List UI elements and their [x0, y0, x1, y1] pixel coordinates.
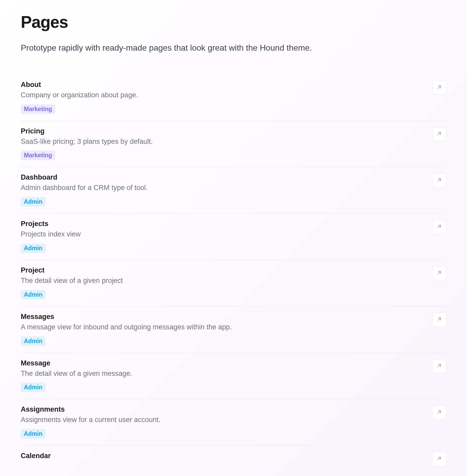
arrow-up-right-icon — [436, 177, 443, 184]
item-content: ProjectThe detail view of a given projec… — [21, 266, 426, 300]
tag-admin: Admin — [21, 336, 46, 346]
arrow-up-right-icon — [436, 455, 443, 463]
item-content: AboutCompany or organization about page.… — [21, 81, 426, 114]
item-action — [432, 127, 446, 141]
item-content: AssignmentsAssignments view for a curren… — [21, 405, 426, 439]
item-content: ProjectsProjects index viewAdmin — [21, 220, 426, 253]
arrow-up-right-icon — [436, 84, 443, 91]
list-item: Calendar — [21, 446, 446, 473]
item-action — [432, 266, 446, 280]
item-title: Pricing — [21, 127, 426, 135]
item-title: Calendar — [21, 452, 426, 460]
tag-admin: Admin — [21, 290, 46, 300]
item-title: Messages — [21, 313, 426, 321]
item-action — [432, 81, 446, 95]
item-title: Message — [21, 359, 426, 367]
list-item: ProjectsProjects index viewAdmin — [21, 214, 446, 260]
open-button[interactable] — [432, 313, 446, 327]
tag-marketing: Marketing — [21, 151, 55, 160]
item-tags: Admin — [21, 383, 426, 392]
open-button[interactable] — [432, 405, 446, 419]
item-content: Calendar — [21, 452, 426, 461]
item-tags: Admin — [21, 336, 426, 346]
item-title: Project — [21, 266, 426, 274]
item-tags: Admin — [21, 197, 426, 207]
item-title: About — [21, 81, 426, 89]
item-content: MessagesA message view for inbound and o… — [21, 313, 426, 346]
page-title: Pages — [21, 12, 446, 32]
arrow-up-right-icon — [436, 223, 443, 231]
item-tags: Admin — [21, 290, 426, 300]
list-item: MessageThe detail view of a given messag… — [21, 353, 446, 399]
item-description: A message view for inbound and outgoing … — [21, 322, 426, 332]
open-button[interactable] — [432, 173, 446, 187]
arrow-up-right-icon — [436, 269, 443, 277]
item-content: DashboardAdmin dashboard for a CRM type … — [21, 173, 426, 207]
item-description: Company or organization about page. — [21, 90, 426, 100]
tag-admin: Admin — [21, 383, 46, 392]
list-item: AssignmentsAssignments view for a curren… — [21, 399, 446, 446]
item-title: Projects — [21, 220, 426, 228]
item-tags: Marketing — [21, 151, 426, 160]
item-action — [432, 359, 446, 373]
open-button[interactable] — [432, 220, 446, 234]
item-action — [432, 220, 446, 234]
tag-marketing: Marketing — [21, 104, 55, 114]
item-title: Assignments — [21, 405, 426, 413]
item-tags: Admin — [21, 243, 426, 253]
item-content: MessageThe detail view of a given messag… — [21, 359, 426, 392]
list-item: DashboardAdmin dashboard for a CRM type … — [21, 167, 446, 214]
list-item: AboutCompany or organization about page.… — [21, 74, 446, 121]
open-button[interactable] — [432, 452, 446, 466]
item-description: The detail view of a given message. — [21, 369, 426, 379]
list-item: ProjectThe detail view of a given projec… — [21, 260, 446, 307]
item-action — [432, 452, 446, 466]
item-action — [432, 405, 446, 419]
list-item: MessagesA message view for inbound and o… — [21, 307, 446, 353]
arrow-up-right-icon — [436, 362, 443, 370]
open-button[interactable] — [432, 81, 446, 95]
open-button[interactable] — [432, 127, 446, 141]
item-description: SaaS-like pricing; 3 plans types by defa… — [21, 137, 426, 147]
item-content: PricingSaaS-like pricing; 3 plans types … — [21, 127, 426, 160]
item-description: The detail view of a given project — [21, 276, 426, 286]
item-action — [432, 313, 446, 327]
arrow-up-right-icon — [436, 130, 443, 138]
item-tags: Marketing — [21, 104, 426, 114]
tag-admin: Admin — [21, 243, 46, 253]
arrow-up-right-icon — [436, 316, 443, 323]
item-title: Dashboard — [21, 173, 426, 181]
list-item: PricingSaaS-like pricing; 3 plans types … — [21, 121, 446, 167]
item-description: Admin dashboard for a CRM type of tool. — [21, 183, 426, 193]
item-tags: Admin — [21, 429, 426, 439]
tag-admin: Admin — [21, 197, 46, 207]
item-description: Assignments view for a current user acco… — [21, 415, 426, 425]
item-action — [432, 173, 446, 187]
tag-admin: Admin — [21, 429, 46, 439]
pages-list: AboutCompany or organization about page.… — [21, 74, 446, 473]
page-subtitle: Prototype rapidly with ready-made pages … — [21, 42, 446, 54]
item-description: Projects index view — [21, 229, 426, 239]
arrow-up-right-icon — [436, 409, 443, 416]
open-button[interactable] — [432, 359, 446, 373]
open-button[interactable] — [432, 266, 446, 280]
